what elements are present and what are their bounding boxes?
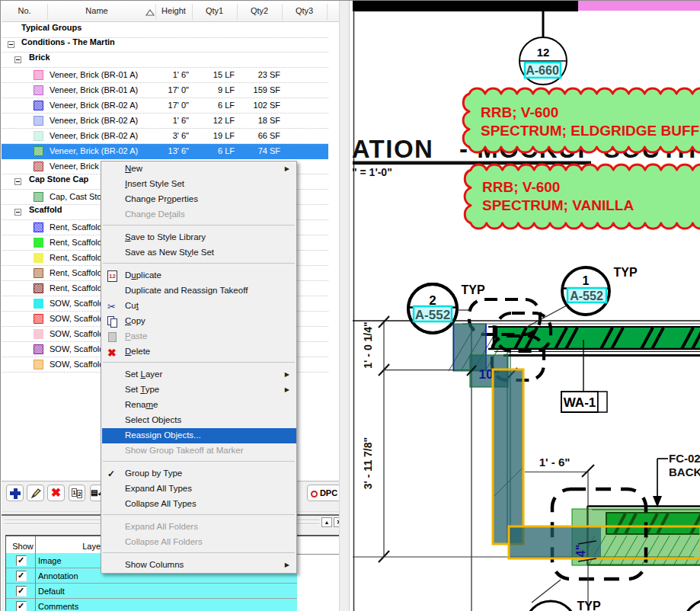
svg-text:ELEVATION: ELEVATION: [353, 135, 433, 163]
svg-text:A-660: A-660: [526, 64, 559, 77]
svg-text:A-552: A-552: [415, 308, 450, 322]
svg-text:A-552: A-552: [570, 290, 603, 302]
svg-text:1' - 0 1/4": 1' - 0 1/4": [362, 321, 374, 368]
svg-text:" = 1'-0": " = 1'-0": [353, 166, 392, 178]
svg-text:TYP: TYP: [613, 266, 637, 279]
svg-text:12: 12: [537, 46, 550, 59]
svg-text:1: 1: [583, 274, 590, 287]
svg-text:WA-1: WA-1: [564, 395, 596, 410]
svg-text:TYP: TYP: [577, 600, 600, 611]
svg-text:FC-02: FC-02: [669, 452, 700, 465]
svg-text:3' - 11 7/8": 3' - 11 7/8": [362, 437, 374, 489]
svg-text:SPECTRUM; VANILLA: SPECTRUM; VANILLA: [482, 197, 634, 213]
svg-text:TYP: TYP: [461, 283, 484, 296]
svg-text:BACK: BACK: [669, 465, 700, 478]
svg-text:RRB; V-600: RRB; V-600: [482, 179, 560, 195]
svg-text:4": 4": [574, 545, 587, 557]
svg-text:1' - 6": 1' - 6": [539, 456, 571, 469]
svg-text:RRB; V-600: RRB; V-600: [481, 104, 558, 120]
svg-text:SPECTRUM; ELDGRIDGE BUFF: SPECTRUM; ELDGRIDGE BUFF: [481, 123, 699, 139]
